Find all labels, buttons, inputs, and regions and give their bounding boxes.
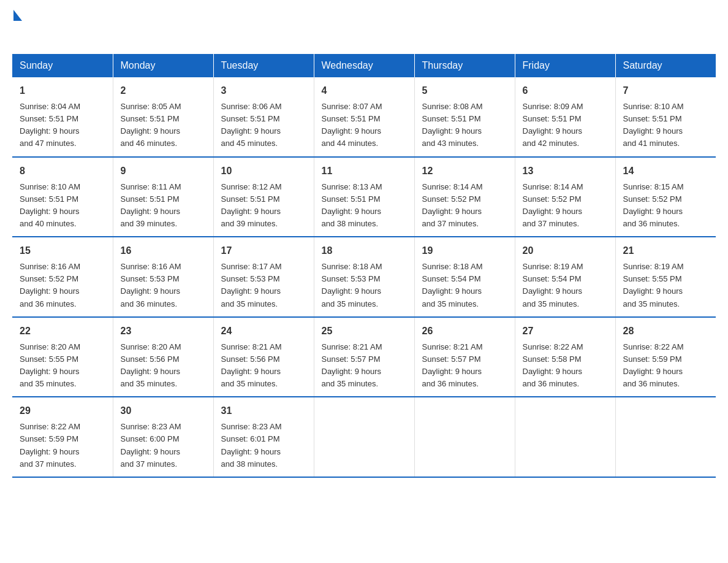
day-number: 10 (221, 164, 306, 178)
day-info: Sunrise: 8:12 AMSunset: 5:51 PMDaylight:… (221, 181, 306, 231)
day-number: 12 (422, 164, 507, 178)
day-info: Sunrise: 8:10 AMSunset: 5:51 PMDaylight:… (20, 181, 105, 231)
day-number: 15 (20, 243, 105, 258)
day-number: 30 (121, 404, 206, 418)
day-info: Sunrise: 8:23 AMSunset: 6:00 PMDaylight:… (121, 421, 206, 470)
day-info: Sunrise: 8:11 AMSunset: 5:51 PMDaylight:… (121, 181, 206, 231)
calendar-day-cell: 19Sunrise: 8:18 AMSunset: 5:54 PMDayligh… (414, 237, 515, 317)
logo (12, 12, 22, 42)
calendar-day-cell: 31Sunrise: 8:23 AMSunset: 6:01 PMDayligh… (213, 397, 314, 477)
day-of-week-header: Thursday (414, 54, 515, 77)
day-number: 9 (121, 164, 206, 178)
day-number: 16 (121, 243, 206, 258)
day-info: Sunrise: 8:14 AMSunset: 5:52 PMDaylight:… (523, 181, 608, 231)
calendar-day-cell: 8Sunrise: 8:10 AMSunset: 5:51 PMDaylight… (12, 157, 113, 237)
calendar-day-cell: 2Sunrise: 8:05 AMSunset: 5:51 PMDaylight… (113, 77, 213, 157)
day-number: 27 (523, 324, 608, 339)
day-number: 2 (121, 83, 206, 98)
day-of-week-header: Tuesday (213, 54, 314, 77)
calendar-day-cell (314, 397, 414, 477)
day-number: 6 (523, 83, 608, 98)
day-number: 24 (221, 324, 306, 339)
day-number: 13 (523, 164, 608, 178)
day-number: 5 (422, 83, 507, 98)
logo-arrow-icon (13, 10, 22, 21)
day-number: 26 (422, 324, 507, 339)
calendar-day-cell: 10Sunrise: 8:12 AMSunset: 5:51 PMDayligh… (213, 157, 314, 237)
calendar-day-cell: 25Sunrise: 8:21 AMSunset: 5:57 PMDayligh… (314, 317, 414, 397)
day-number: 18 (322, 243, 407, 258)
calendar-day-cell: 13Sunrise: 8:14 AMSunset: 5:52 PMDayligh… (515, 157, 615, 237)
day-info: Sunrise: 8:21 AMSunset: 5:57 PMDaylight:… (322, 341, 407, 391)
day-of-week-header: Sunday (12, 54, 113, 77)
day-info: Sunrise: 8:15 AMSunset: 5:52 PMDaylight:… (623, 181, 709, 231)
day-info: Sunrise: 8:16 AMSunset: 5:52 PMDaylight:… (20, 261, 105, 310)
calendar-day-cell: 11Sunrise: 8:13 AMSunset: 5:51 PMDayligh… (314, 157, 414, 237)
day-number: 7 (623, 83, 709, 98)
day-number: 14 (623, 164, 709, 178)
calendar-day-cell: 30Sunrise: 8:23 AMSunset: 6:00 PMDayligh… (113, 397, 213, 477)
calendar-day-cell: 21Sunrise: 8:19 AMSunset: 5:55 PMDayligh… (615, 237, 716, 317)
day-info: Sunrise: 8:13 AMSunset: 5:51 PMDaylight:… (322, 181, 407, 231)
calendar-day-cell: 12Sunrise: 8:14 AMSunset: 5:52 PMDayligh… (414, 157, 515, 237)
calendar-day-cell (414, 397, 515, 477)
day-info: Sunrise: 8:22 AMSunset: 5:59 PMDaylight:… (20, 421, 105, 470)
calendar-day-cell: 17Sunrise: 8:17 AMSunset: 5:53 PMDayligh… (213, 237, 314, 317)
calendar-day-cell: 24Sunrise: 8:21 AMSunset: 5:56 PMDayligh… (213, 317, 314, 397)
day-number: 17 (221, 243, 306, 258)
page-header (12, 12, 716, 42)
day-number: 23 (121, 324, 206, 339)
day-info: Sunrise: 8:22 AMSunset: 5:59 PMDaylight:… (623, 341, 709, 391)
day-info: Sunrise: 8:06 AMSunset: 5:51 PMDaylight:… (221, 101, 306, 150)
day-number: 19 (422, 243, 507, 258)
day-info: Sunrise: 8:05 AMSunset: 5:51 PMDaylight:… (121, 101, 206, 150)
logo-blue-text (12, 21, 13, 41)
calendar-day-cell: 16Sunrise: 8:16 AMSunset: 5:53 PMDayligh… (113, 237, 213, 317)
calendar-day-cell: 15Sunrise: 8:16 AMSunset: 5:52 PMDayligh… (12, 237, 113, 317)
day-info: Sunrise: 8:18 AMSunset: 5:53 PMDaylight:… (322, 261, 407, 310)
day-of-week-header: Monday (113, 54, 213, 77)
day-number: 11 (322, 164, 407, 178)
day-info: Sunrise: 8:19 AMSunset: 5:54 PMDaylight:… (523, 261, 608, 310)
calendar-day-cell: 29Sunrise: 8:22 AMSunset: 5:59 PMDayligh… (12, 397, 113, 477)
calendar-day-cell: 5Sunrise: 8:08 AMSunset: 5:51 PMDaylight… (414, 77, 515, 157)
day-info: Sunrise: 8:17 AMSunset: 5:53 PMDaylight:… (221, 261, 306, 310)
calendar-day-cell: 6Sunrise: 8:09 AMSunset: 5:51 PMDaylight… (515, 77, 615, 157)
day-of-week-header: Wednesday (314, 54, 414, 77)
day-info: Sunrise: 8:16 AMSunset: 5:53 PMDaylight:… (121, 261, 206, 310)
calendar-day-cell: 14Sunrise: 8:15 AMSunset: 5:52 PMDayligh… (615, 157, 716, 237)
calendar-day-cell: 26Sunrise: 8:21 AMSunset: 5:57 PMDayligh… (414, 317, 515, 397)
calendar-day-cell: 28Sunrise: 8:22 AMSunset: 5:59 PMDayligh… (615, 317, 716, 397)
day-info: Sunrise: 8:23 AMSunset: 6:01 PMDaylight:… (221, 421, 306, 470)
day-info: Sunrise: 8:10 AMSunset: 5:51 PMDaylight:… (623, 101, 709, 150)
calendar-day-cell: 4Sunrise: 8:07 AMSunset: 5:51 PMDaylight… (314, 77, 414, 157)
day-info: Sunrise: 8:20 AMSunset: 5:55 PMDaylight:… (20, 341, 105, 391)
day-info: Sunrise: 8:20 AMSunset: 5:56 PMDaylight:… (121, 341, 206, 391)
day-info: Sunrise: 8:07 AMSunset: 5:51 PMDaylight:… (322, 101, 407, 150)
calendar-header-row: SundayMondayTuesdayWednesdayThursdayFrid… (12, 54, 716, 77)
calendar-week-row: 15Sunrise: 8:16 AMSunset: 5:52 PMDayligh… (12, 237, 716, 317)
calendar-day-cell: 9Sunrise: 8:11 AMSunset: 5:51 PMDaylight… (113, 157, 213, 237)
day-info: Sunrise: 8:09 AMSunset: 5:51 PMDaylight:… (523, 101, 608, 150)
calendar-day-cell (615, 397, 716, 477)
calendar-day-cell: 20Sunrise: 8:19 AMSunset: 5:54 PMDayligh… (515, 237, 615, 317)
day-info: Sunrise: 8:19 AMSunset: 5:55 PMDaylight:… (623, 261, 709, 310)
day-number: 20 (523, 243, 608, 258)
day-number: 3 (221, 83, 306, 98)
day-info: Sunrise: 8:21 AMSunset: 5:56 PMDaylight:… (221, 341, 306, 391)
day-number: 4 (322, 83, 407, 98)
calendar-day-cell: 7Sunrise: 8:10 AMSunset: 5:51 PMDaylight… (615, 77, 716, 157)
day-number: 29 (20, 404, 105, 418)
day-info: Sunrise: 8:18 AMSunset: 5:54 PMDaylight:… (422, 261, 507, 310)
calendar-week-row: 29Sunrise: 8:22 AMSunset: 5:59 PMDayligh… (12, 397, 716, 477)
day-number: 22 (20, 324, 105, 339)
day-number: 28 (623, 324, 709, 339)
day-of-week-header: Friday (515, 54, 615, 77)
calendar-day-cell (515, 397, 615, 477)
day-info: Sunrise: 8:14 AMSunset: 5:52 PMDaylight:… (422, 181, 507, 231)
calendar-day-cell: 23Sunrise: 8:20 AMSunset: 5:56 PMDayligh… (113, 317, 213, 397)
calendar-week-row: 8Sunrise: 8:10 AMSunset: 5:51 PMDaylight… (12, 157, 716, 237)
calendar-day-cell: 22Sunrise: 8:20 AMSunset: 5:55 PMDayligh… (12, 317, 113, 397)
day-info: Sunrise: 8:22 AMSunset: 5:58 PMDaylight:… (523, 341, 608, 391)
day-number: 31 (221, 404, 306, 418)
